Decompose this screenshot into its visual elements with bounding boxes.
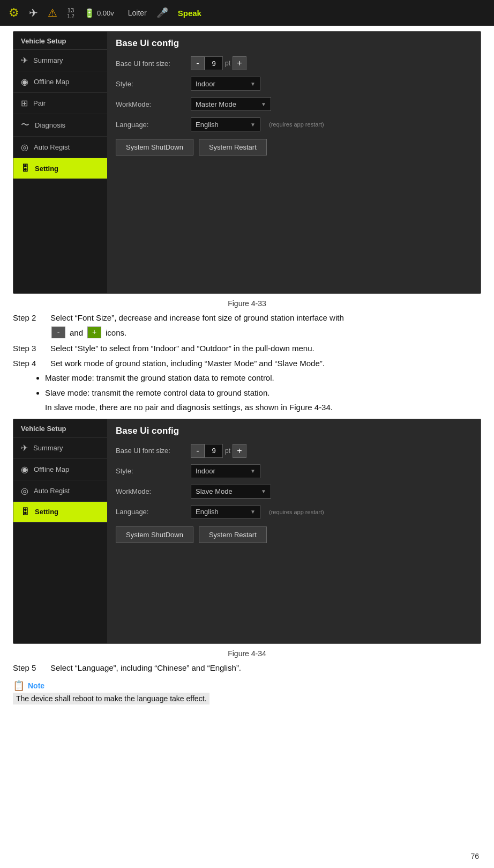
page-number: 76 [470, 852, 479, 860]
sidebar-item-setting[interactable]: 🎛 Setting [13, 158, 107, 179]
decrease-font-button-2[interactable]: - [191, 444, 205, 458]
workmode-dropdown-2[interactable]: Slave Mode ▼ [191, 485, 271, 499]
increase-font-button-2[interactable]: + [233, 444, 246, 458]
workmode-row-2: WorkMode: Slave Mode ▼ [116, 485, 472, 499]
body-text: Step 2 Select “Font Size”, decrease and … [0, 311, 494, 414]
sidebar-item-offline-map[interactable]: ◉ Offline Map [13, 71, 107, 93]
screenshot-2: Vehicle Setup ✈ Summary ◉ Offline Map ◎ … [13, 419, 481, 644]
setting-icon: 🎛 [21, 164, 29, 173]
step-2-content: Select “Font Size”, decrease and increas… [50, 311, 481, 325]
step-4-bullets: Master mode: transmit the ground station… [45, 371, 481, 399]
step-5-content: Select “Language”, including “Chinese” a… [50, 661, 481, 675]
setting-icon-2: 🎛 [21, 507, 29, 517]
workmode-row: WorkMode: Master Mode ▼ [116, 97, 472, 111]
action-buttons-1: System ShutDown System Restart [116, 139, 472, 155]
plus-icon: + [87, 327, 101, 338]
sidebar-item-auto-regist-2[interactable]: ◎ Auto Regist [13, 480, 107, 502]
step-2-icons-row: - and + icons. [50, 326, 481, 340]
sidebar-item-setting-2[interactable]: 🎛 Setting [13, 502, 107, 523]
summary-icon: ✈ [21, 55, 28, 65]
note-header: 📋 Note [13, 680, 481, 692]
main-content-2: Base Ui config Base UI font size: - 9 pt… [107, 419, 481, 643]
sidebar-2: Vehicle Setup ✈ Summary ◉ Offline Map ◎ … [13, 419, 107, 643]
pair-icon: ⊞ [21, 98, 28, 108]
warn-icon: ⚠ [48, 6, 57, 19]
language-row-2: Language: English ▼ (requires app restar… [116, 505, 472, 519]
main-content-1: Base Ui config Base UI font size: - 9 pt… [107, 32, 481, 293]
step-5-row: Step 5 Select “Language”, including “Chi… [13, 661, 481, 675]
summary-icon-2: ✈ [21, 443, 28, 453]
sidebar-item-offline-map-2[interactable]: ◉ Offline Map [13, 459, 107, 480]
signal-indicator: 13 1.2 [67, 7, 74, 19]
loiter-text: Loiter [128, 9, 147, 17]
workmode-dropdown-arrow-2: ▼ [261, 488, 266, 494]
language-row: Language: English ▼ (requires app restar… [116, 117, 472, 131]
step-2-label: Step 2 [13, 311, 50, 325]
style-dropdown-2[interactable]: Indoor ▼ [191, 464, 260, 478]
sidebar-item-summary-2[interactable]: ✈ Summary [13, 437, 107, 459]
minus-icon: - [51, 327, 65, 338]
font-size-value: 9 [205, 56, 223, 70]
language-dropdown-arrow-2: ▼ [250, 509, 256, 515]
step-2-row: Step 2 Select “Font Size”, decrease and … [13, 311, 481, 325]
action-buttons-2: System ShutDown System Restart [116, 526, 472, 543]
font-size-row: Base UI font size: - 9 pt + [116, 56, 472, 70]
speak-text: Speak [178, 9, 201, 18]
restart-button-1[interactable]: System Restart [199, 139, 267, 155]
sidebar-item-summary[interactable]: ✈ Summary [13, 50, 107, 71]
send-icon: ✈ [29, 6, 38, 19]
offline-map-icon: ◉ [21, 77, 28, 87]
font-size-row-2: Base UI font size: - 9 pt + [116, 444, 472, 458]
step-4-content: Set work mode of ground station, includi… [50, 357, 481, 370]
battery-indicator: 🔋 0.00v [84, 8, 114, 18]
workmode-dropdown[interactable]: Master Mode ▼ [191, 97, 271, 111]
decrease-font-button[interactable]: - [191, 56, 205, 70]
step-4-label: Step 4 [13, 357, 50, 370]
figure-2-caption: Figure 4-34 [0, 649, 494, 658]
requires-restart-note-2: (requires app restart) [269, 509, 324, 515]
note-icon: 📋 [13, 680, 25, 692]
slave-mode-note: In slave mode, there are no pair and dia… [45, 400, 481, 414]
font-size-control: - 9 pt + [191, 56, 246, 70]
mic-icon: 🎤 [156, 7, 168, 19]
step-4-row: Step 4 Set work mode of ground station, … [13, 357, 481, 370]
note-box: 📋 Note The device shall reboot to make t… [13, 680, 481, 704]
requires-restart-note: (requires app restart) [269, 121, 324, 128]
screenshot-1: Vehicle Setup ✈ Summary ◉ Offline Map ⊞ … [13, 31, 481, 294]
step-5-body: Step 5 Select “Language”, including “Chi… [0, 661, 494, 675]
workmode-dropdown-arrow: ▼ [261, 101, 266, 107]
config-title-2: Base Ui config [116, 426, 472, 436]
step-3-content: Select “Style” to select from “Indoor” a… [50, 342, 481, 355]
font-pt-label-2: pt [225, 447, 230, 455]
note-label: Note [28, 681, 44, 690]
sidebar-item-diagnosis[interactable]: 〜 Diagnosis [13, 114, 107, 137]
language-dropdown[interactable]: English ▼ [191, 117, 260, 131]
shutdown-button-1[interactable]: System ShutDown [116, 139, 193, 155]
auto-regist-icon: ◎ [21, 142, 28, 152]
style-dropdown-arrow-2: ▼ [250, 468, 256, 474]
sidebar-header-2: Vehicle Setup [13, 419, 107, 437]
language-dropdown-arrow: ▼ [250, 122, 256, 128]
style-row-2: Style: Indoor ▼ [116, 464, 472, 478]
note-text: The device shall reboot to make the lang… [13, 693, 209, 704]
increase-font-button[interactable]: + [233, 56, 246, 70]
gear-icon: ⚙ [9, 6, 19, 20]
shutdown-button-2[interactable]: System ShutDown [116, 526, 193, 543]
step-3-row: Step 3 Select “Style” to select from “In… [13, 342, 481, 355]
sidebar-1: Vehicle Setup ✈ Summary ◉ Offline Map ⊞ … [13, 32, 107, 293]
status-bar: ⚙ ✈ ⚠ 13 1.2 🔋 0.00v Loiter 🎤 Speak [0, 0, 494, 26]
style-row: Style: Indoor ▼ [116, 77, 472, 91]
font-size-value-2: 9 [205, 444, 223, 458]
font-size-control-2: - 9 pt + [191, 444, 246, 458]
auto-regist-icon-2: ◎ [21, 486, 28, 496]
style-dropdown-arrow: ▼ [250, 81, 256, 87]
bullet-1: Master mode: transmit the ground station… [45, 371, 481, 385]
offline-map-icon-2: ◉ [21, 464, 28, 474]
sidebar-item-pair[interactable]: ⊞ Pair [13, 93, 107, 114]
step-5-label: Step 5 [13, 661, 50, 675]
font-pt-label: pt [225, 60, 230, 67]
sidebar-item-auto-regist[interactable]: ◎ Auto Regist [13, 137, 107, 158]
style-dropdown[interactable]: Indoor ▼ [191, 77, 260, 91]
restart-button-2[interactable]: System Restart [199, 526, 267, 543]
language-dropdown-2[interactable]: English ▼ [191, 505, 260, 519]
